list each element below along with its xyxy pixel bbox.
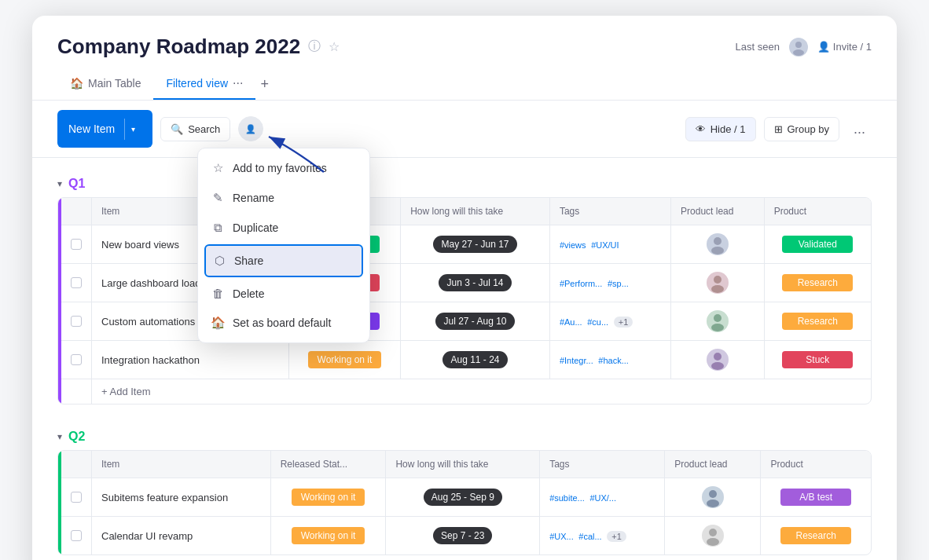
info-icon[interactable]: ⓘ [308,38,321,55]
row-date: Jun 3 - Jul 14 [401,264,550,302]
group-by-button[interactable]: ⊞ Group by [764,117,839,141]
person-icon: 👤 [245,124,256,134]
row-lead [665,478,761,517]
row-date: Sep 7 - 23 [386,517,540,555]
tag-pill: #UX/UI [591,240,619,250]
add-item-label[interactable]: + Add Item [92,379,872,404]
add-tab-button[interactable]: + [255,70,274,99]
add-item-row-q1[interactable]: + Add Item [60,379,871,404]
tag-count: +1 [614,317,633,328]
edit-icon: ✎ [211,191,225,205]
row-checkbox[interactable] [71,277,82,288]
svg-point-12 [707,500,719,507]
svg-point-3 [714,237,722,245]
star-icon[interactable]: ☆ [329,39,340,54]
tag-count: +1 [607,531,626,542]
main-content: ▾ Q1 Item Released Stat... How long will… [32,158,897,560]
date-badge: Aug 25 - Sep 9 [424,489,502,506]
row-status: Working on it [270,517,386,555]
row-checkbox[interactable] [71,354,82,365]
more-options-button[interactable]: ... [847,118,872,141]
new-item-button[interactable]: New Item ▾ [57,110,152,148]
row-date: Aug 25 - Sep 9 [386,478,540,517]
new-item-dropdown-arrow[interactable]: ▾ [124,119,141,140]
row-tags: #Au... #cu... +1 [549,302,670,341]
person-filter-button[interactable]: 👤 [238,116,263,141]
col-lead: Product lead [665,451,761,478]
group-q2-header[interactable]: ▾ Q2 [57,423,872,450]
row-lead [671,302,765,341]
dropdown-share[interactable]: ⬡ Share [204,244,363,277]
group-q2: ▾ Q2 Item Released Stat... How long will… [57,423,872,555]
row-item: Integration hackathon [92,341,289,379]
row-status: Working on it [288,341,400,379]
row-checkbox[interactable] [71,316,82,327]
tag-pill: #Au... [560,317,582,327]
row-product: A/B test [761,478,871,517]
person-icon: 👤 [817,41,830,53]
trash-icon: 🗑 [211,287,225,300]
tab-options-icon[interactable]: ··· [233,76,243,90]
svg-point-11 [709,490,717,498]
row-item: Subitems feature expansion [92,478,271,517]
row-tags: #Integr... #hack... [549,341,670,379]
tag-pill: #cu... [587,317,608,327]
chevron-icon: ▾ [57,431,62,442]
dropdown-set-default[interactable]: 🏠 Set as board default [198,308,369,338]
tag-pill: #sp... [608,279,629,288]
date-badge: May 27 - Jun 17 [433,236,516,253]
share-icon: ⬡ [212,254,226,268]
row-date: May 27 - Jun 17 [401,225,550,264]
svg-point-6 [711,285,724,293]
dropdown-delete[interactable]: 🗑 Delete [198,279,369,308]
toolbar: New Item ▾ 🔍 Search 👤 👁 Hide / 1 ⊞ Group… [32,101,897,158]
home-icon: 🏠 [211,316,225,330]
col-status: Released Stat... [270,451,386,478]
table-row: Calendar UI revamp Working on it Sep 7 -… [60,517,871,555]
row-product: Stuck [764,341,871,379]
last-seen-label: Last seen [735,41,779,53]
tab-main-table[interactable]: 🏠 Main Table [57,69,153,99]
row-tags: #views #UX/UI [549,225,670,264]
search-button[interactable]: 🔍 Search [160,117,230,141]
dropdown-rename[interactable]: ✎ Rename [198,183,369,213]
group-q1-header[interactable]: ▾ Q1 [57,170,872,197]
svg-point-7 [714,314,722,322]
tab-filtered-view[interactable]: Filtered view ··· [153,68,255,100]
row-product: Validated [764,225,871,264]
dropdown-duplicate[interactable]: ⧉ Duplicate [198,213,369,243]
row-status: Working on it [270,478,386,517]
col-checkbox [60,451,92,478]
group-q1-label: Q1 [68,177,85,191]
row-checkbox[interactable] [71,530,82,541]
tag-pill: #UX/... [589,493,616,503]
new-item-label: New Item [68,116,124,141]
col-tags: Tags [549,198,670,225]
search-icon: 🔍 [171,123,183,135]
tag-pill: #Integr... [560,356,593,365]
tag-pill: #UX... [549,532,574,541]
tabs-row: 🏠 Main Table Filtered view ··· + [57,68,872,100]
col-tags: Tags [540,451,665,478]
chevron-icon: ▾ [57,178,62,189]
tag-pill: #subite... [549,493,585,503]
status-badge: Working on it [308,351,382,368]
status-badge: Working on it [292,527,365,544]
title-row: Company Roadmap 2022 ⓘ ☆ Last seen 👤 Inv… [57,35,872,59]
col-product: Product [764,198,871,225]
product-badge: Research [782,274,853,291]
date-badge: Aug 11 - 24 [442,351,507,368]
dropdown-menu: ☆ Add to my favorites ✎ Rename ⧉ Duplica… [197,148,370,343]
star-icon: ☆ [211,161,225,175]
group-q2-label: Q2 [68,430,85,444]
avatar-lead [707,272,729,294]
svg-point-9 [714,353,722,361]
row-checkbox[interactable] [71,492,82,503]
dropdown-favorites[interactable]: ☆ Add to my favorites [198,153,369,183]
svg-point-0 [795,42,802,48]
hide-button[interactable]: 👁 Hide / 1 [685,117,756,141]
date-badge: Sep 7 - 23 [433,527,492,544]
row-checkbox[interactable] [71,239,82,250]
tag-pill: #views [560,240,586,250]
invite-button[interactable]: 👤 Invite / 1 [817,41,872,53]
